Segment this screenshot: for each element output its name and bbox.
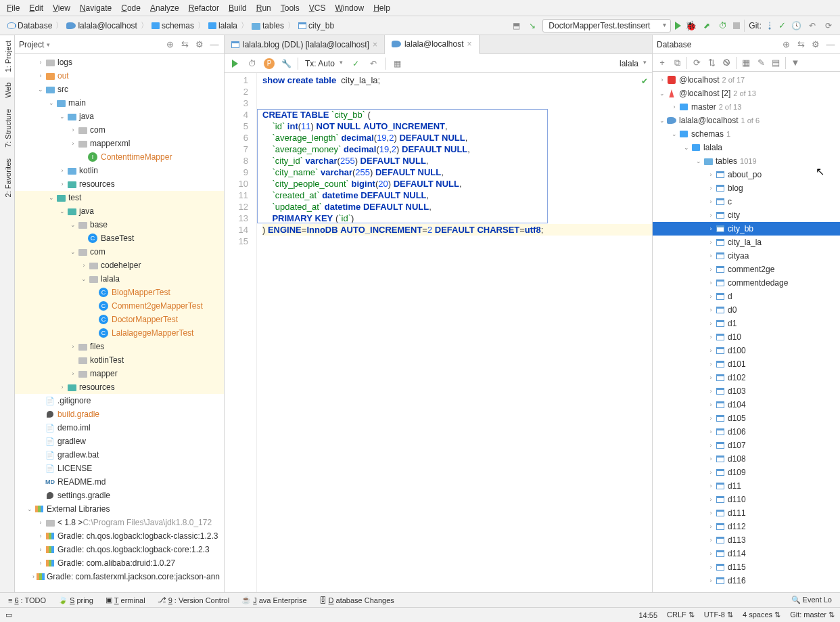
- bottom-tab-javaenterprise[interactable]: ☕Java Enterprise: [241, 596, 306, 604]
- tree-arrow-icon[interactable]: ›: [707, 523, 715, 530]
- menu-refactor[interactable]: Refactor: [185, 2, 223, 14]
- side-tab-favorites[interactable]: 2: Favorites: [0, 153, 14, 202]
- db-tree-row[interactable]: ›d111: [653, 506, 840, 520]
- tree-arrow-icon[interactable]: ›: [707, 212, 715, 219]
- p-icon[interactable]: P: [264, 58, 275, 69]
- gear-icon[interactable]: ⚙: [810, 39, 821, 50]
- side-tab-structure[interactable]: 7: Structure: [0, 104, 14, 153]
- tree-arrow-icon[interactable]: ›: [707, 428, 715, 435]
- tree-row[interactable]: ›Gradle: com.fasterxml.jackson.core:jack…: [15, 570, 224, 583]
- tree-row[interactable]: IContenttimeMapper: [15, 150, 224, 164]
- tree-row[interactable]: CBaseTest: [15, 231, 224, 245]
- tree-arrow-icon[interactable]: ›: [707, 198, 715, 205]
- code-line[interactable]: ) ENGINE=InnoDB AUTO_INCREMENT=2 DEFAULT…: [262, 224, 652, 236]
- collapse-icon[interactable]: ⇆: [179, 39, 190, 50]
- tree-arrow-icon[interactable]: ⌄: [37, 86, 45, 93]
- line-separator[interactable]: CRLF ⇅: [667, 610, 695, 619]
- tree-arrow-icon[interactable]: ›: [37, 546, 45, 553]
- tree-arrow-icon[interactable]: ⌄: [658, 90, 666, 97]
- breadcrumb-item[interactable]: schemas: [149, 20, 196, 31]
- tree-row[interactable]: ›< 1.8 > C:\Program Files\Java\jdk1.8.0_…: [15, 516, 224, 529]
- debug-icon[interactable]: 🐞: [685, 20, 697, 31]
- edit-icon[interactable]: ✎: [755, 58, 766, 68]
- tree-row[interactable]: ›Gradle: com.alibaba:druid:1.0.27: [15, 556, 224, 570]
- gear-icon[interactable]: ⚙: [194, 39, 205, 50]
- tree-row[interactable]: CBlogMapperTest: [15, 286, 224, 299]
- breadcrumb-item[interactable]: lalala@localhost: [64, 20, 139, 31]
- code-line[interactable]: [262, 86, 652, 97]
- tree-row[interactable]: ›out: [15, 69, 224, 83]
- tree-arrow-icon[interactable]: ›: [80, 262, 88, 269]
- profile-icon[interactable]: ⏱: [717, 20, 729, 32]
- tree-arrow-icon[interactable]: ›: [707, 280, 715, 286]
- git-branch[interactable]: Git: master ⇅: [790, 610, 835, 619]
- tree-arrow-icon[interactable]: ›: [707, 171, 715, 178]
- tree-arrow-icon[interactable]: ›: [69, 127, 77, 133]
- db-tree-row[interactable]: ›d114: [653, 547, 840, 560]
- menu-tools[interactable]: Tools: [277, 2, 304, 14]
- git-history-icon[interactable]: 🕓: [790, 20, 802, 32]
- tree-arrow-icon[interactable]: ›: [707, 293, 715, 300]
- tree-arrow-icon[interactable]: ⌄: [695, 158, 703, 164]
- code-line[interactable]: PRIMARY KEY (`id`): [262, 213, 652, 224]
- db-tree-row[interactable]: ›d112: [653, 520, 840, 533]
- tree-arrow-icon[interactable]: ›: [707, 510, 715, 516]
- commit-icon[interactable]: ✓: [350, 58, 362, 70]
- menu-help[interactable]: Help: [369, 2, 394, 14]
- build-icon[interactable]: ⬒: [510, 20, 522, 32]
- db-tree-row[interactable]: ›city: [653, 208, 840, 222]
- code-line[interactable]: `city_name` varchar(255) DEFAULT NULL,: [262, 166, 652, 178]
- tree-arrow-icon[interactable]: ⌄: [47, 194, 55, 201]
- tree-arrow-icon[interactable]: ›: [707, 577, 715, 584]
- db-tree-row[interactable]: ›city_bb: [653, 222, 840, 236]
- db-tree-row[interactable]: ›d110: [653, 493, 840, 506]
- tree-row[interactable]: ⌄test: [15, 191, 224, 204]
- tree-arrow-icon[interactable]: ›: [37, 72, 45, 79]
- run-config-dropdown[interactable]: DoctorMapperTest.testinsert: [542, 19, 671, 32]
- db-tree-row[interactable]: ›d108: [653, 452, 840, 466]
- tree-arrow-icon[interactable]: ›: [670, 104, 678, 110]
- stop-icon[interactable]: [733, 22, 740, 29]
- tree-arrow-icon[interactable]: ›: [707, 239, 715, 246]
- close-icon[interactable]: ×: [467, 39, 472, 49]
- breadcrumb-item[interactable]: city_bb: [296, 20, 336, 31]
- tree-arrow-icon[interactable]: ›: [707, 456, 715, 462]
- db-tree-row[interactable]: ›commentdedage: [653, 276, 840, 290]
- tree-row[interactable]: ⌄base: [15, 218, 224, 231]
- code-line[interactable]: `city_id` varchar(255) DEFAULT NULL,: [262, 155, 652, 166]
- db-tree-row[interactable]: ›d109: [653, 466, 840, 479]
- db-tree-row[interactable]: ⌄schemas1: [653, 127, 840, 141]
- bottom-tab-databasechanges[interactable]: 🗄Database Changes: [319, 596, 394, 604]
- tree-row[interactable]: ›kotlin: [15, 164, 224, 177]
- tree-row[interactable]: ›codehelper: [15, 259, 224, 272]
- bottom-tab-9versioncontrol[interactable]: ⎇9: Version Control: [158, 596, 229, 604]
- menu-analyze[interactable]: Analyze: [146, 2, 183, 14]
- menu-edit[interactable]: Edit: [25, 2, 47, 14]
- code-line[interactable]: `average_money` decimal(19,2) DEFAULT NU…: [262, 143, 652, 155]
- target-icon[interactable]: ⊕: [780, 39, 791, 50]
- tree-arrow-icon[interactable]: ⌄: [658, 117, 666, 124]
- filter-icon[interactable]: ▼: [790, 58, 801, 68]
- tree-arrow-icon[interactable]: ›: [707, 225, 715, 232]
- tree-arrow-icon[interactable]: ›: [707, 347, 715, 354]
- tree-arrow-icon[interactable]: ›: [707, 266, 715, 273]
- tree-arrow-icon[interactable]: ›: [37, 519, 45, 526]
- tree-arrow-icon[interactable]: ›: [707, 401, 715, 408]
- target-icon[interactable]: ⊕: [164, 39, 175, 50]
- tree-arrow-icon[interactable]: ⌄: [69, 248, 77, 255]
- tree-arrow-icon[interactable]: ›: [58, 167, 66, 174]
- db-tree-row[interactable]: ⌄lalala@localhost1 of 6: [653, 114, 840, 127]
- tree-arrow-icon[interactable]: ›: [707, 320, 715, 327]
- db-tree-row[interactable]: ›about_po: [653, 168, 840, 181]
- db-tree-row[interactable]: ⌄@localhost [2]2 of 13: [653, 87, 840, 100]
- db-tree-row[interactable]: ›@localhost2 of 17: [653, 73, 840, 87]
- git-revert-icon[interactable]: ↶: [806, 20, 818, 32]
- git-commit-icon[interactable]: ✓: [778, 20, 786, 30]
- tree-row[interactable]: 📄gradlew: [15, 435, 224, 448]
- tree-row[interactable]: ›logs: [15, 55, 224, 69]
- sync-icon[interactable]: ⇅: [706, 58, 717, 68]
- code-line[interactable]: `created_at` datetime DEFAULT NULL,: [262, 190, 652, 201]
- db-tree-row[interactable]: ›d11: [653, 479, 840, 493]
- tree-arrow-icon[interactable]: ›: [707, 374, 715, 381]
- code-line[interactable]: CREATE TABLE `city_bb` (: [262, 109, 652, 120]
